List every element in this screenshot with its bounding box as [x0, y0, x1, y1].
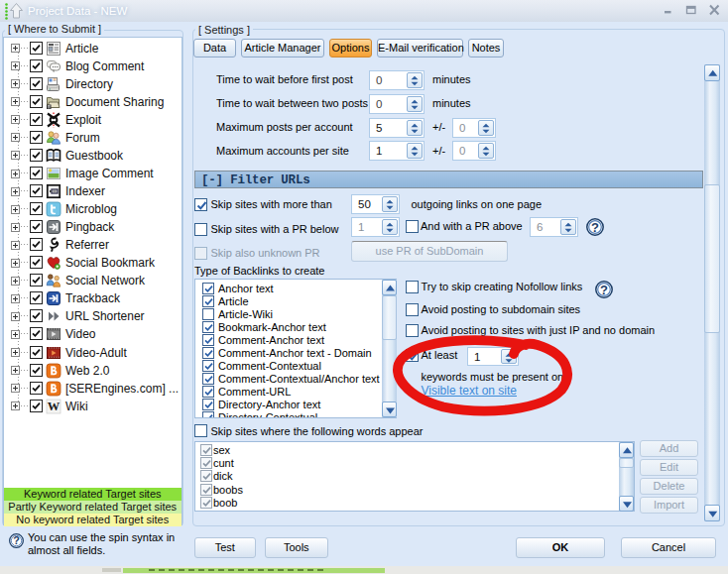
svg-text:?: ?: [13, 534, 20, 546]
svg-text:W: W: [48, 400, 61, 413]
svg-text:?: ?: [600, 283, 608, 297]
svg-text:?: ?: [591, 220, 599, 235]
